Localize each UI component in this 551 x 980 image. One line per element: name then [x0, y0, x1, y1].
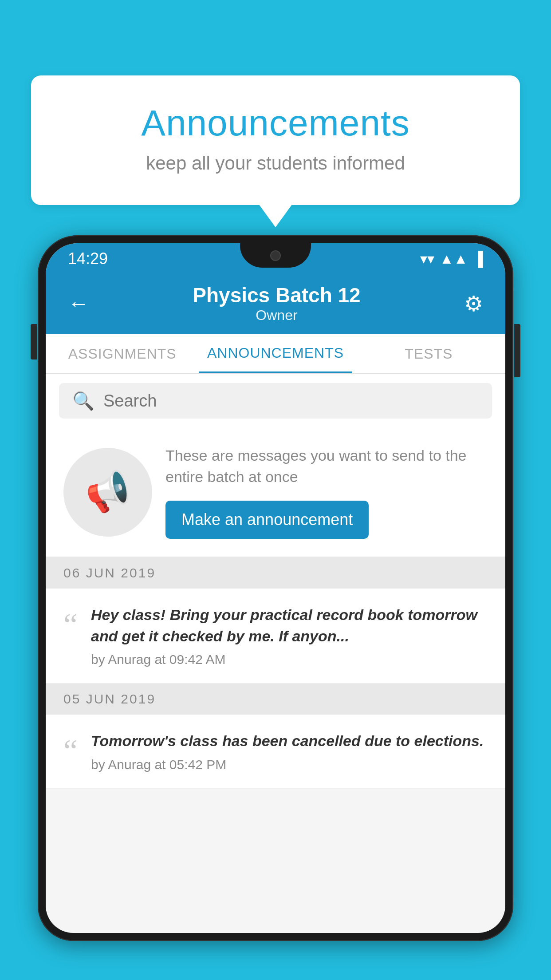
speech-bubble-container: Announcements keep all your students inf… — [31, 75, 520, 205]
promo-icon-circle: 📢 — [63, 448, 152, 537]
quote-icon-1: “ — [63, 609, 78, 641]
announcement-meta-1: by Anurag at 09:42 AM — [91, 652, 488, 667]
back-button[interactable]: ← — [68, 291, 89, 316]
phone-notch — [240, 243, 311, 268]
settings-gear-icon[interactable]: ⚙ — [464, 291, 483, 316]
tabs-bar: ASSIGNMENTS ANNOUNCEMENTS TESTS — [46, 334, 505, 374]
announcement-text-2: Tomorrow's class has been cancelled due … — [91, 731, 484, 752]
announcement-content-1: Hey class! Bring your practical record b… — [91, 605, 488, 667]
promo-right: These are messages you want to send to t… — [165, 445, 488, 539]
promo-description: These are messages you want to send to t… — [165, 445, 488, 487]
phone-outer: 14:29 ▾▾ ▲▲ ▐ ← Physics Batch 12 Owner ⚙… — [38, 235, 513, 941]
search-bar-container: 🔍 — [46, 374, 505, 427]
search-bar[interactable]: 🔍 — [59, 383, 492, 419]
header-subtitle: Owner — [193, 307, 360, 324]
bubble-subtitle: keep all your students informed — [67, 153, 484, 174]
app-header: ← Physics Batch 12 Owner ⚙ — [46, 274, 505, 334]
announcement-content-2: Tomorrow's class has been cancelled due … — [91, 731, 484, 772]
search-icon: 🔍 — [72, 391, 94, 411]
signal-icon: ▲▲ — [440, 251, 468, 267]
date-separator-2: 05 JUN 2019 — [46, 684, 505, 715]
speech-bubble: Announcements keep all your students inf… — [31, 75, 520, 205]
tab-assignments[interactable]: ASSIGNMENTS — [46, 334, 199, 373]
announcement-meta-2: by Anurag at 05:42 PM — [91, 757, 484, 772]
search-input[interactable] — [103, 391, 479, 411]
announcement-text-1: Hey class! Bring your practical record b… — [91, 605, 488, 647]
announcement-item-1: “ Hey class! Bring your practical record… — [46, 589, 505, 684]
date-separator-1: 06 JUN 2019 — [46, 557, 505, 589]
front-camera — [270, 250, 281, 261]
header-center: Physics Batch 12 Owner — [193, 283, 360, 324]
megaphone-icon: 📢 — [81, 466, 135, 518]
phone-mockup: 14:29 ▾▾ ▲▲ ▐ ← Physics Batch 12 Owner ⚙… — [38, 235, 513, 980]
tab-tests[interactable]: TESTS — [352, 334, 505, 373]
phone-screen: 14:29 ▾▾ ▲▲ ▐ ← Physics Batch 12 Owner ⚙… — [46, 243, 505, 933]
promo-section: 📢 These are messages you want to send to… — [46, 427, 505, 557]
status-time: 14:29 — [68, 249, 108, 268]
announcement-item-2: “ Tomorrow's class has been cancelled du… — [46, 715, 505, 789]
make-announcement-button[interactable]: Make an announcement — [165, 501, 369, 539]
wifi-icon: ▾▾ — [420, 250, 434, 267]
header-title: Physics Batch 12 — [193, 283, 360, 307]
bubble-title: Announcements — [67, 102, 484, 144]
battery-icon: ▐ — [473, 251, 483, 267]
status-icons: ▾▾ ▲▲ ▐ — [420, 250, 483, 267]
quote-icon-2: “ — [63, 735, 78, 767]
tab-announcements[interactable]: ANNOUNCEMENTS — [199, 334, 352, 373]
